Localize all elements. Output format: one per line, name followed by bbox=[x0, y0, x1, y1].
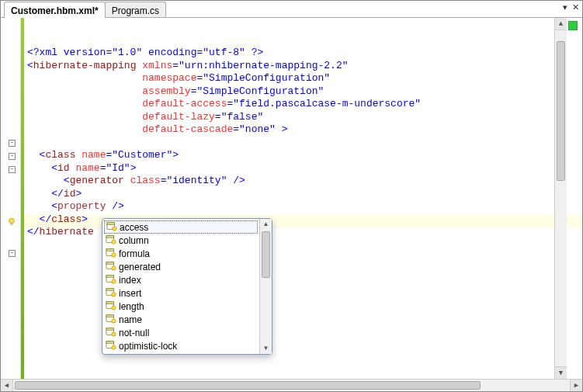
punct: /> bbox=[227, 175, 245, 186]
popup-scrollbar[interactable]: ▲ ▼ bbox=[259, 219, 272, 354]
fold-toggle[interactable]: - bbox=[9, 250, 16, 257]
attr-value: ="field.pascalcase-m-underscore" bbox=[227, 98, 421, 109]
xml-declaration: <?xml version="1.0" encoding="utf-8" ?> bbox=[27, 47, 263, 58]
intellisense-item[interactable]: not-null bbox=[104, 326, 258, 339]
tab-label: Program.cs bbox=[112, 5, 159, 16]
scroll-thumb[interactable] bbox=[15, 381, 481, 390]
svg-rect-12 bbox=[106, 262, 114, 265]
intellisense-item[interactable]: generated bbox=[104, 260, 258, 273]
tab-bar: Customer.hbm.xml* Program.cs ▾ ✕ bbox=[1, 1, 582, 18]
editor[interactable]: - - - - <?xml version="1.0" encoding="ut… bbox=[1, 18, 582, 379]
attr-name: name bbox=[70, 162, 100, 174]
intellisense-item[interactable]: formula bbox=[104, 247, 258, 260]
attr-value: ="none" bbox=[233, 123, 276, 135]
scroll-up-button[interactable]: ▲ bbox=[260, 219, 272, 230]
scroll-down-button[interactable]: ▼ bbox=[260, 343, 272, 354]
svg-rect-30 bbox=[106, 342, 114, 344]
svg-point-31 bbox=[112, 345, 116, 349]
svg-rect-9 bbox=[106, 249, 114, 252]
intellisense-item-label: formula bbox=[119, 248, 150, 259]
attribute-icon bbox=[106, 339, 116, 352]
intellisense-item-label: generated bbox=[119, 262, 161, 272]
intellisense-item-label: name bbox=[119, 314, 142, 325]
intellisense-item-label: index bbox=[119, 275, 141, 286]
svg-point-19 bbox=[112, 293, 116, 297]
attr-name: default-cascade bbox=[142, 123, 233, 135]
intellisense-item-label: column bbox=[119, 235, 149, 246]
scroll-down-button[interactable]: ▼ bbox=[555, 366, 567, 379]
fold-toggle[interactable]: - bbox=[9, 153, 16, 160]
fold-toggle[interactable]: - bbox=[9, 140, 16, 147]
tag-class-close: class bbox=[51, 213, 82, 225]
tab-dropdown-icon[interactable]: ▾ bbox=[563, 2, 567, 12]
error-status-indicator[interactable] bbox=[568, 21, 578, 30]
attr-value: ="Customer" bbox=[106, 149, 172, 161]
vertical-scrollbar[interactable]: ▲ ▼ bbox=[554, 18, 567, 379]
punct: > bbox=[172, 149, 179, 161]
attr-name: xmlns bbox=[136, 60, 172, 71]
gutter: - - - - bbox=[1, 18, 21, 379]
scroll-thumb[interactable] bbox=[262, 231, 270, 278]
tag-generator: generator bbox=[70, 175, 124, 186]
attribute-icon bbox=[106, 326, 116, 339]
svg-point-13 bbox=[112, 266, 116, 270]
svg-point-22 bbox=[112, 306, 116, 310]
attribute-icon bbox=[106, 220, 117, 234]
attr-name: default-access bbox=[142, 98, 227, 109]
svg-rect-6 bbox=[106, 236, 114, 238]
attribute-icon bbox=[106, 300, 116, 313]
scroll-left-button[interactable]: ◀ bbox=[1, 380, 13, 391]
attr-value: ="Id" bbox=[100, 162, 130, 174]
attr-value: ="urn:nhibernate-mapping-2.2" bbox=[172, 60, 348, 71]
scroll-thumb[interactable] bbox=[557, 41, 565, 181]
punct: < bbox=[51, 162, 57, 174]
punct: > bbox=[82, 213, 88, 225]
attribute-icon bbox=[106, 234, 116, 247]
svg-rect-18 bbox=[106, 289, 114, 291]
intellisense-item[interactable]: name bbox=[104, 313, 258, 326]
tab-customer-hbm[interactable]: Customer.hbm.xml* bbox=[4, 2, 106, 17]
tag-id-close: id bbox=[64, 188, 76, 199]
intellisense-list: accesscolumnformulageneratedindexinsertl… bbox=[102, 219, 259, 354]
intellisense-item[interactable]: access bbox=[104, 220, 258, 234]
attr-name: name bbox=[75, 149, 106, 161]
svg-point-25 bbox=[112, 319, 116, 323]
attr-value: ="SimpleConfiguration" bbox=[191, 85, 324, 97]
punct: < bbox=[27, 60, 33, 71]
tab-close-icon[interactable]: ✕ bbox=[572, 2, 579, 12]
lightbulb-icon[interactable] bbox=[7, 217, 16, 227]
punct: </ bbox=[27, 226, 40, 238]
horizontal-scrollbar[interactable]: ◀ ▶ bbox=[1, 379, 582, 391]
svg-point-7 bbox=[112, 240, 116, 244]
punct: > bbox=[130, 162, 137, 174]
intellisense-item[interactable]: index bbox=[104, 273, 258, 286]
attr-name: class bbox=[124, 175, 161, 186]
attr-value: ="identity" bbox=[161, 175, 227, 186]
tag-hibernate-mapping: hibernate-mapping bbox=[33, 60, 137, 71]
intellisense-item[interactable]: column bbox=[104, 234, 258, 247]
scroll-right-button[interactable]: ▶ bbox=[570, 380, 582, 391]
attribute-icon bbox=[106, 273, 116, 286]
punct: < bbox=[51, 200, 57, 212]
intellisense-popup[interactable]: accesscolumnformulageneratedindexinsertl… bbox=[102, 218, 272, 355]
svg-point-28 bbox=[112, 332, 116, 336]
intellisense-item-label: access bbox=[120, 222, 148, 233]
svg-rect-1 bbox=[11, 224, 13, 225]
tab-program-cs[interactable]: Program.cs bbox=[105, 2, 166, 17]
intellisense-item-label: optimistic-lock bbox=[119, 341, 177, 352]
intellisense-item[interactable]: insert bbox=[104, 286, 258, 300]
fold-toggle[interactable]: - bbox=[9, 166, 16, 173]
scroll-up-button[interactable]: ▲ bbox=[555, 18, 567, 30]
punct: /> bbox=[106, 200, 123, 212]
attr-name: assembly bbox=[142, 85, 190, 97]
intellisense-item[interactable]: length bbox=[104, 300, 258, 313]
intellisense-item-label: insert bbox=[119, 288, 141, 299]
punct: > bbox=[75, 188, 82, 199]
punct: > bbox=[276, 123, 288, 135]
intellisense-item[interactable]: optimistic-lock bbox=[104, 339, 258, 352]
attribute-icon bbox=[106, 247, 116, 260]
attribute-icon bbox=[106, 286, 116, 300]
svg-rect-24 bbox=[106, 315, 114, 317]
intellisense-item-label: not-null bbox=[119, 328, 149, 338]
svg-rect-27 bbox=[106, 328, 114, 331]
